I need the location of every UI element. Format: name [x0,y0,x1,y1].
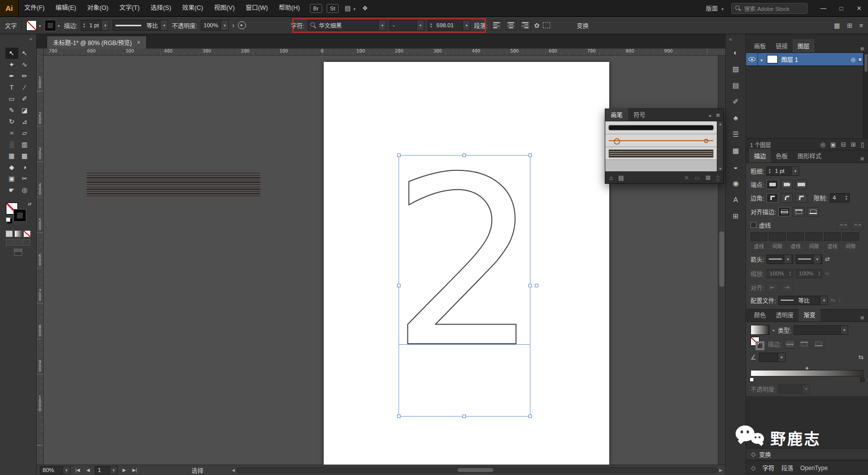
panel-chevron-icon[interactable] [232,21,234,29]
gradient-tool[interactable]: ▩ [18,150,31,161]
gradient-angle-input[interactable] [759,353,786,362]
menu-item[interactable]: 文件(F) [19,0,50,16]
new-layer-icon[interactable]: ⊞ [851,141,856,148]
stepper-icon[interactable] [81,22,87,28]
width-profile-dropdown[interactable]: 等比 [778,296,828,305]
last-artboard-button[interactable]: ▶| [131,468,138,473]
column-graph-tool[interactable]: ▥ [18,139,31,150]
tab-layers[interactable]: 图层 [793,39,814,53]
striped-artwork-object[interactable] [87,173,260,197]
panel-menu-icon[interactable] [856,155,868,162]
panel-collapse-button[interactable]: « [0,34,36,44]
layer-thumbnail[interactable] [767,55,778,63]
gradient-mode-button[interactable] [14,230,22,237]
stock-search-input[interactable]: 搜索 Adobe Stock [731,3,808,14]
layer-expand-arrow[interactable] [758,56,766,63]
swap-fill-stroke-icon[interactable]: ⇄ [28,202,32,207]
dropdown-arrow-icon[interactable] [463,20,470,30]
stock-button[interactable]: St [327,4,339,13]
arrange-documents-button[interactable]: ▤ [345,4,356,12]
selection-handle[interactable] [528,415,532,418]
artboard-tool[interactable]: ▣ [5,173,18,184]
tab-character[interactable]: 字符 [762,464,774,472]
mesh-tool[interactable]: ▦ [5,150,18,161]
draw-normal-button[interactable] [6,239,13,246]
join-bevel-button[interactable] [795,193,807,203]
recolor-artwork-icon[interactable] [238,21,246,29]
appearance-icon[interactable]: ◉ [729,177,743,189]
pen-tool[interactable]: ✒ [5,70,18,82]
stepper-icon[interactable] [816,270,822,276]
ruler-corner[interactable] [37,49,44,55]
libraries-icon[interactable]: ⊞ [729,210,743,222]
next-artboard-button[interactable]: ▶ [121,468,127,473]
gradient-type-dropdown[interactable] [794,325,848,335]
stroke-color-well[interactable] [14,210,26,221]
document-tab[interactable]: 未标题-1* @ 80% (RGB/预览) × [47,36,147,49]
text-object[interactable]: 2 [399,156,531,399]
stroke-swatch[interactable] [45,20,56,31]
layer-target-icon[interactable] [851,56,856,63]
brush-libraries-icon[interactable]: ⌂ [609,174,613,181]
expand-panels-icon[interactable]: « [726,37,732,42]
color-icon[interactable]: ◐ [729,47,743,58]
tab-brushes[interactable]: 画笔 [605,108,628,121]
selection-handle[interactable] [397,284,401,287]
blend-tool[interactable]: ◑ [18,161,31,173]
layer-name[interactable]: 图层 1 [781,55,798,63]
dropdown-arrow-icon[interactable] [791,167,799,175]
cap-butt-button[interactable] [766,180,778,189]
maximize-button[interactable]: □ [832,0,850,16]
tab-symbols[interactable]: 符号 [628,108,651,121]
align-left-button[interactable] [491,20,502,30]
selection-handle[interactable] [397,154,401,157]
shaper-tool[interactable]: ✎ [5,105,18,116]
align-stroke-center-button[interactable] [778,207,790,216]
selection-handle[interactable] [397,415,401,418]
tab-gradient[interactable]: 渐变 [799,308,820,321]
transform-link[interactable]: 变换 [577,21,588,30]
text-object-selection[interactable]: 2 [399,155,530,417]
arrowhead-end-dropdown[interactable] [796,255,822,264]
width-tool[interactable]: ≈ [5,127,18,139]
stroke-gradient-within-button[interactable] [784,339,796,349]
brush-item-charcoal[interactable] [605,121,717,134]
tab-stroke[interactable]: 描边 [749,149,771,162]
join-miter-button[interactable] [766,193,778,203]
align-center-button[interactable] [506,20,517,30]
swatches-icon[interactable]: ▤ [729,79,743,91]
character-icon[interactable]: A [729,194,743,206]
brush-options-icon[interactable]: ▭ [694,174,700,181]
tab-transparency[interactable]: 透明度 [771,308,799,321]
workspace-switcher[interactable]: 版面 [706,4,724,12]
menu-item[interactable]: 效果(C) [176,0,208,16]
gradient-ramp-bar[interactable] [751,370,864,376]
dropdown-arrow-icon[interactable] [813,255,820,264]
panel-menu-icon[interactable] [856,45,868,53]
rectangle-tool[interactable]: ▭ [5,93,18,105]
magic-wand-tool[interactable]: ✦ [5,59,18,70]
tab-graphic-styles[interactable]: 图形样式 [793,149,826,162]
dropdown-arrow-icon[interactable] [778,353,785,362]
dash-preserve-button[interactable] [837,220,849,230]
scale-tool[interactable]: ⊿ [18,116,31,127]
layer-selection-indicator[interactable] [858,57,862,61]
menu-item[interactable]: 帮助(H) [274,0,305,16]
new-sublayer-icon[interactable]: ⊟ [841,141,846,148]
gradient-stop-start[interactable] [750,377,754,382]
dropdown-arrow-icon[interactable] [62,467,70,474]
symbol-sprayer-tool[interactable]: ░ [5,139,18,150]
flip-along-icon[interactable] [830,297,835,304]
tab-color[interactable]: 颜色 [749,308,771,321]
delete-brush-icon[interactable]: ▯ [716,174,719,181]
free-transform-tool[interactable]: ▱ [18,127,31,139]
dropdown-arrow-icon[interactable] [378,20,386,30]
rotate-tool[interactable]: ↻ [5,116,18,127]
direct-selection-tool[interactable]: ↖ [18,48,31,59]
arrow-align-end-button[interactable] [781,283,793,292]
draw-behind-button[interactable] [14,239,22,246]
dropdown-arrow-icon[interactable] [840,326,848,334]
panel-menu-icon[interactable] [716,111,720,119]
first-artboard-button[interactable]: |◀ [74,468,81,473]
width-profile-dropdown[interactable]: 等比 [113,20,168,31]
